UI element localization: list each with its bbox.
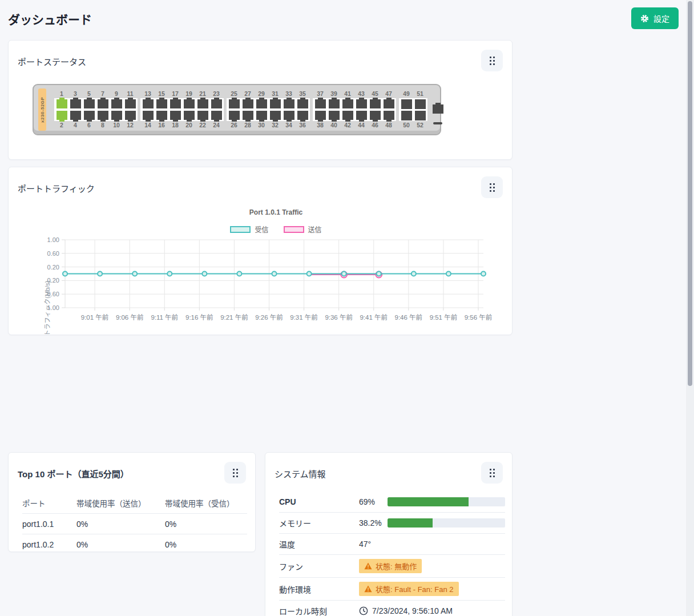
port-number-bottom: 42 (344, 121, 351, 130)
top-ports-card-title: Top 10 ポート（直近5分間） (18, 462, 129, 480)
port-traffic-card-title: ポートトラフィック (18, 176, 95, 194)
port-group: 131415161718192021222324 (140, 90, 224, 130)
console-port[interactable] (433, 104, 443, 114)
port-6[interactable] (84, 111, 95, 120)
port-48[interactable] (384, 111, 394, 120)
svg-text:9:56 午前: 9:56 午前 (465, 313, 493, 321)
port-traffic-drag-handle[interactable] (481, 176, 503, 198)
port-9[interactable] (111, 99, 122, 108)
legend-swatch (284, 226, 304, 233)
port-50[interactable] (401, 111, 412, 120)
port-19[interactable] (184, 99, 195, 108)
port-37[interactable] (315, 99, 326, 108)
system-info-drag-handle[interactable] (481, 462, 503, 484)
port-column: 2728 (242, 90, 253, 130)
port-number-bottom: 34 (285, 121, 292, 130)
port-36[interactable] (297, 111, 308, 120)
port-number-top: 31 (272, 90, 279, 98)
port-43[interactable] (356, 99, 367, 108)
port-34[interactable] (284, 111, 294, 120)
port-44[interactable] (356, 111, 367, 120)
port-column: 5152 (414, 90, 426, 130)
port-number-bottom: 10 (113, 121, 120, 130)
port-21[interactable] (197, 99, 208, 108)
system-info-card: システム情報 CPU69%メモリー38.2%温度47°ファン状態: 無動作動作環… (265, 452, 513, 616)
port-25[interactable] (229, 99, 240, 108)
port-number-top: 11 (127, 90, 133, 98)
port-8[interactable] (98, 111, 108, 120)
svg-text:0.20: 0.20 (47, 264, 59, 271)
port-7[interactable] (98, 99, 108, 108)
port-42[interactable] (342, 111, 353, 120)
table-row[interactable]: port1.0.20%0% (22, 534, 247, 554)
port-39[interactable] (329, 99, 340, 108)
port-31[interactable] (270, 99, 281, 108)
port-number-bottom: 46 (372, 121, 378, 130)
port-33[interactable] (284, 99, 294, 108)
port-10[interactable] (111, 111, 122, 120)
grip-icon (490, 183, 495, 192)
top-ports-drag-handle[interactable] (224, 462, 246, 484)
table-cell: 0% (165, 540, 247, 549)
port-3[interactable] (70, 99, 81, 108)
port-35[interactable] (297, 99, 308, 108)
scrollbar-thumb[interactable] (688, 1, 692, 386)
port-28[interactable] (243, 111, 253, 120)
port-14[interactable] (143, 111, 154, 120)
port-23[interactable] (211, 99, 222, 108)
port-status-drag-handle[interactable] (481, 50, 503, 71)
port-column: 4546 (369, 90, 381, 130)
svg-text:9:36 午前: 9:36 午前 (325, 313, 353, 321)
warning-triangle-icon (364, 585, 372, 593)
port-5[interactable] (84, 99, 95, 108)
traffic-plot[interactable]: 1.000.600.200.200.601.009:01 午前9:06 午前9:… (34, 236, 496, 325)
local-time-value: 7/23/2024, 9:56:10 AM (359, 606, 453, 615)
port-4[interactable] (70, 111, 81, 120)
legend-item[interactable]: 受信 (230, 224, 268, 234)
port-13[interactable] (143, 99, 154, 108)
svg-text:9:16 午前: 9:16 午前 (185, 313, 213, 321)
port-22[interactable] (197, 111, 208, 120)
settings-button[interactable]: 設定 (631, 7, 679, 29)
port-16[interactable] (156, 111, 167, 120)
legend-item[interactable]: 送信 (284, 224, 322, 234)
system-info-rows: CPU69%メモリー38.2%温度47°ファン状態: 無動作動作環境状態: Fa… (279, 492, 505, 616)
port-17[interactable] (170, 99, 181, 108)
port-number-top: 35 (299, 90, 306, 98)
port-29[interactable] (256, 99, 267, 108)
port-32[interactable] (270, 111, 281, 120)
warning-triangle-icon (364, 562, 372, 570)
port-26[interactable] (229, 111, 240, 120)
port-1[interactable] (57, 99, 67, 108)
port-20[interactable] (184, 111, 195, 120)
port-51[interactable] (415, 99, 426, 109)
port-24[interactable] (211, 111, 222, 120)
port-number-top: 43 (358, 90, 365, 98)
port-40[interactable] (329, 111, 340, 120)
port-49[interactable] (401, 99, 412, 109)
chart-legend: 受信送信 (18, 224, 503, 234)
port-11[interactable] (125, 99, 136, 108)
port-2[interactable] (57, 111, 67, 120)
port-30[interactable] (256, 111, 267, 120)
port-38[interactable] (315, 111, 326, 120)
device-model-label: x230-52GP (38, 88, 46, 131)
table-row[interactable]: port1.0.10%0% (22, 513, 247, 534)
port-41[interactable] (342, 99, 353, 108)
progress-bar (388, 518, 505, 528)
port-47[interactable] (384, 99, 394, 108)
port-45[interactable] (370, 99, 381, 108)
port-46[interactable] (370, 111, 381, 120)
port-27[interactable] (243, 99, 253, 108)
port-18[interactable] (170, 111, 181, 120)
port-number-bottom: 4 (74, 121, 77, 130)
card-slot (433, 122, 442, 124)
port-52[interactable] (415, 111, 426, 120)
grip-icon (490, 469, 495, 477)
scrollbar-track[interactable] (686, 0, 694, 616)
port-15[interactable] (156, 99, 167, 108)
svg-text:9:06 午前: 9:06 午前 (116, 313, 144, 321)
port-12[interactable] (125, 111, 136, 120)
port-number-bottom: 18 (172, 121, 179, 130)
y-axis-label: トラフィック(Mb/s) (42, 274, 51, 343)
